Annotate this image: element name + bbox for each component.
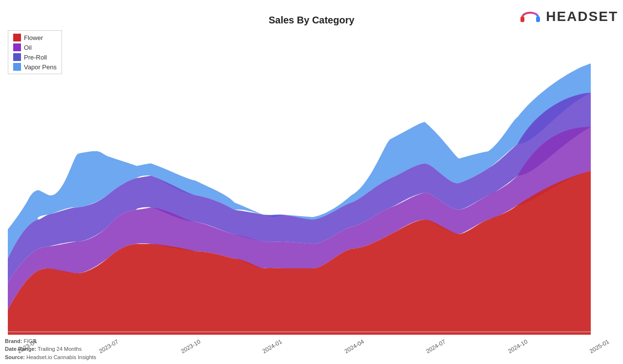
source-label: Source: xyxy=(5,354,25,360)
x-label-2: 2023-07 xyxy=(98,338,120,355)
x-label-4: 2024-01 xyxy=(261,338,283,355)
brand-value: FIGR xyxy=(24,338,37,344)
chart-svg xyxy=(0,29,623,335)
chart-title: Sales By Category xyxy=(269,15,354,26)
page-container: HEADSET Sales By Category Flower Oil Pre… xyxy=(0,0,623,364)
footer-info: Brand: FIGR Date Range: Trailing 24 Mont… xyxy=(5,337,96,362)
logo-area: HEADSET xyxy=(519,5,618,28)
x-label-7: 2024-10 xyxy=(506,338,528,355)
brand-label: Brand: xyxy=(5,338,22,344)
x-label-8: 2025-01 xyxy=(588,338,610,355)
logo-text: HEADSET xyxy=(546,9,618,24)
date-range-label: Date Range: xyxy=(5,346,36,352)
svg-rect-1 xyxy=(536,17,540,22)
x-label-3: 2023-10 xyxy=(180,338,202,355)
source-value: Headset.io Cannabis Insights xyxy=(26,354,96,360)
x-label-5: 2024-04 xyxy=(343,338,365,355)
headset-logo-icon xyxy=(519,5,542,28)
chart-area xyxy=(0,29,623,335)
date-range-value: Trailing 24 Months xyxy=(38,346,82,352)
svg-rect-0 xyxy=(520,17,524,22)
x-label-6: 2024-07 xyxy=(425,338,447,355)
x-axis-labels: 2023-04 2023-07 2023-10 2024-01 2024-04 … xyxy=(15,344,608,350)
